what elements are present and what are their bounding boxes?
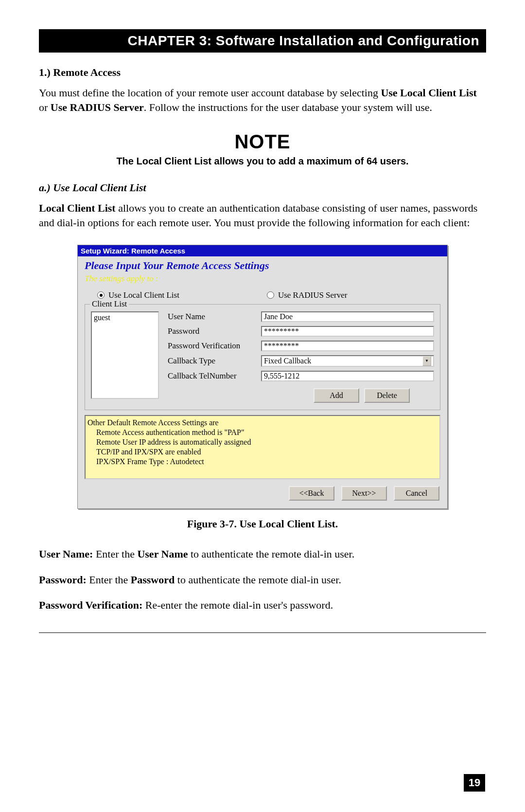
footer-rule bbox=[39, 632, 486, 633]
cancel-button[interactable]: Cancel bbox=[394, 486, 439, 501]
term: User Name: bbox=[39, 548, 93, 560]
text: . Follow the instructions for the user d… bbox=[144, 101, 432, 113]
info-line: IPX/SPX Frame Type : Autodetect bbox=[88, 457, 437, 467]
page-number: 19 bbox=[464, 774, 485, 792]
definition-password-verification: Password Verification: Re-enter the remo… bbox=[39, 598, 486, 613]
text: You must define the location of your rem… bbox=[39, 87, 381, 99]
text: Enter the bbox=[87, 574, 131, 586]
text-bold: Password bbox=[131, 574, 175, 586]
delete-button[interactable]: Delete bbox=[364, 388, 410, 403]
definition-username: User Name: Enter the User Name to authen… bbox=[39, 547, 486, 562]
info-line: Remote User IP address is automatically … bbox=[88, 437, 437, 447]
info-box: Other Default Remote Access Settings are… bbox=[85, 415, 440, 479]
label-password-verification: Password Verification bbox=[168, 341, 255, 351]
input-username[interactable]: Jane Doe bbox=[261, 311, 434, 322]
next-button[interactable]: Next>> bbox=[341, 486, 387, 501]
text: to authenticate the remote dial-in user. bbox=[188, 548, 354, 560]
term: Password Verification: bbox=[39, 599, 142, 611]
page: CHAPTER 3: Software Installation and Con… bbox=[0, 0, 525, 812]
text: or bbox=[39, 101, 51, 113]
client-list-fieldset: Client List guest User Name Jane Doe Pas… bbox=[85, 304, 440, 410]
label-callback-type: Callback Type bbox=[168, 356, 255, 366]
figure-caption: Figure 3-7. Use Local Client List. bbox=[39, 518, 486, 530]
wizard-apply-line: The settings apply to : bbox=[78, 273, 447, 289]
label-callback-tel: Callback TelNumber bbox=[168, 371, 255, 381]
radio-icon bbox=[267, 291, 274, 299]
section-heading-remote-access: 1.) Remote Access bbox=[39, 66, 486, 79]
select-value: Fixed Callback bbox=[264, 357, 311, 365]
radio-label: Use Local Client List bbox=[108, 290, 179, 300]
chapter-banner: CHAPTER 3: Software Installation and Con… bbox=[39, 29, 486, 53]
text: to authenticate the remote dial-in user. bbox=[175, 574, 341, 586]
back-button[interactable]: <<Back bbox=[289, 486, 334, 501]
text: Re-enter the remote dial-in user's passw… bbox=[142, 599, 333, 611]
text-bold: User Name bbox=[137, 548, 188, 560]
definition-password: Password: Enter the Password to authenti… bbox=[39, 573, 486, 588]
subheading-use-local-client-list: a.) Use Local Client List bbox=[39, 181, 486, 194]
select-callback-type[interactable]: Fixed Callback ▼ bbox=[261, 355, 434, 367]
radio-label: Use RADIUS Server bbox=[278, 290, 348, 300]
wizard-heading: Please Input Your Remote Access Settings bbox=[78, 256, 447, 273]
note-text: The Local Client List allows you to add … bbox=[39, 156, 486, 167]
add-button[interactable]: Add bbox=[314, 388, 359, 403]
radio-use-local-client-list[interactable]: Use Local Client List bbox=[97, 290, 179, 300]
radio-icon bbox=[97, 291, 105, 299]
fieldset-legend: Client List bbox=[90, 299, 129, 309]
client-listbox[interactable]: guest bbox=[91, 311, 159, 399]
wizard-screenshot: Setup Wizard: Remote Access Please Input… bbox=[77, 245, 448, 509]
text: Enter the bbox=[93, 548, 137, 560]
form-rows: User Name Jane Doe Password ********* Pa… bbox=[168, 311, 434, 403]
paragraph-local-client-list: Local Client List allows you to create a… bbox=[39, 201, 486, 230]
text-bold: Local Client List bbox=[39, 202, 116, 214]
input-callback-tel[interactable]: 9,555-1212 bbox=[261, 371, 434, 381]
label-username: User Name bbox=[168, 312, 255, 322]
paragraph-intro: You must define the location of your rem… bbox=[39, 86, 486, 114]
info-line: TCP/IP and IPX/SPX are enabled bbox=[88, 447, 437, 457]
radio-use-radius-server[interactable]: Use RADIUS Server bbox=[267, 290, 348, 300]
note-heading: NOTE bbox=[39, 131, 486, 153]
wizard-nav-buttons: <<Back Next>> Cancel bbox=[78, 486, 447, 508]
text-bold: Use Local Client List bbox=[381, 87, 476, 99]
radio-group: Use Local Client List Use RADIUS Server bbox=[78, 289, 447, 304]
input-password[interactable]: ********* bbox=[261, 326, 434, 337]
term: Password: bbox=[39, 574, 87, 586]
text-bold: Use RADIUS Server bbox=[51, 101, 144, 113]
input-password-verification[interactable]: ********* bbox=[261, 341, 434, 351]
info-line: Remote Access authentication method is "… bbox=[88, 428, 437, 437]
list-item[interactable]: guest bbox=[94, 313, 156, 322]
info-line: Other Default Remote Access Settings are bbox=[88, 418, 437, 428]
wizard-titlebar: Setup Wizard: Remote Access bbox=[78, 245, 447, 256]
chevron-down-icon[interactable]: ▼ bbox=[422, 356, 431, 366]
label-password: Password bbox=[168, 326, 255, 336]
